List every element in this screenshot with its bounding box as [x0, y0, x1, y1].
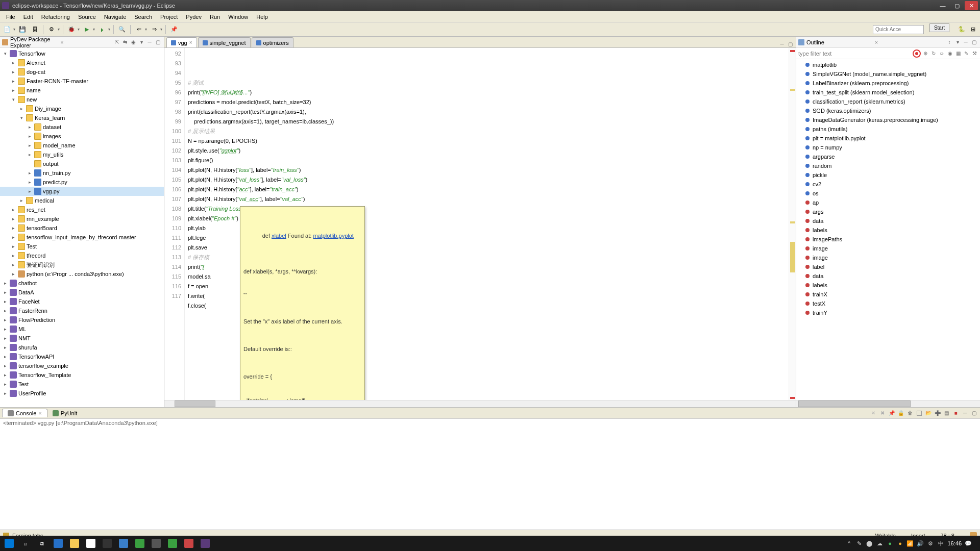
of-7-icon[interactable]: ⚒ [971, 50, 978, 57]
nav-back-button[interactable]: ⇐ [134, 24, 144, 35]
outline-item[interactable]: labels [796, 226, 980, 235]
expander-icon[interactable]: ▸ [10, 271, 16, 277]
of-6-icon[interactable]: ✎ [963, 50, 970, 57]
outline-item[interactable]: data [796, 216, 980, 226]
tree-node[interactable]: ▸chatbot [0, 279, 164, 288]
menu-source[interactable]: Source [74, 13, 100, 21]
perspective-switch-icon[interactable]: ⊞ [968, 24, 978, 35]
tree-node[interactable]: ▸Test [0, 242, 164, 251]
expander-icon[interactable]: ▸ [27, 152, 33, 157]
outline-item[interactable]: SimpleVGGNet (model_name.simple_vggnet) [796, 69, 980, 79]
outline-item[interactable]: testX [796, 299, 980, 308]
code-line[interactable]: # 测试 [188, 78, 789, 88]
tree-node[interactable]: ▸DataA [0, 288, 164, 297]
tree-node[interactable]: ▸TensorflowAPI [0, 352, 164, 361]
expander-icon[interactable]: ▸ [2, 372, 8, 378]
menu-run[interactable]: Run [206, 13, 224, 21]
outline-hscroll[interactable] [796, 400, 980, 407]
editor-tab[interactable]: optimizers [252, 37, 293, 47]
outline-item[interactable]: imagePaths [796, 235, 980, 244]
package-tree[interactable]: ▾Tensorflow▸Alexnet▸dog-cat▸Faster-RCNN-… [0, 48, 164, 407]
expander-icon[interactable]: ▾ [2, 51, 8, 56]
expander-icon[interactable]: ▸ [27, 124, 33, 130]
record-icon[interactable] [913, 49, 921, 58]
outline-item[interactable]: data [796, 271, 980, 281]
outline-menu-icon[interactable]: ▾ [953, 38, 962, 46]
outline-item[interactable]: labels [796, 281, 980, 290]
pinned-eclipse-icon[interactable] [197, 536, 213, 550]
tray-up-icon[interactable]: ^ [845, 540, 852, 547]
console-new-icon[interactable]: ➕ [934, 409, 941, 417]
tab-close-icon[interactable]: × [189, 40, 192, 45]
tooltip-module-link[interactable]: matplotlib.pyplot [313, 233, 354, 239]
tree-node[interactable]: ▸Tensorflow_Template [0, 370, 164, 380]
menu-navigate[interactable]: Navigate [100, 13, 130, 21]
outline-item[interactable]: args [796, 207, 980, 216]
outline-max-icon[interactable]: ▢ [970, 38, 978, 46]
start-button[interactable]: Start [929, 23, 949, 32]
tree-node[interactable]: ▸name [0, 86, 164, 95]
new-button[interactable]: 📄 [2, 24, 12, 35]
menu-project[interactable]: Project [156, 13, 182, 21]
expander-icon[interactable]: ▸ [27, 170, 33, 176]
expander-icon[interactable]: ▸ [10, 244, 16, 249]
pinned-explorer-icon[interactable] [66, 536, 83, 550]
tree-node[interactable]: ▸shurufa [0, 343, 164, 352]
tray-3-icon[interactable]: ● [886, 540, 893, 547]
of-3-icon[interactable]: ☺ [938, 50, 945, 57]
tree-node[interactable]: ▸dataset [0, 122, 164, 132]
outline-item[interactable]: SGD (keras.optimizers) [796, 106, 980, 115]
outline-item[interactable]: argparse [796, 152, 980, 161]
expander-icon[interactable]: ▸ [2, 354, 8, 359]
expander-icon[interactable]: ▸ [2, 290, 8, 295]
tree-node[interactable]: ▸Faster-RCNN-TF-master [0, 77, 164, 86]
tray-clock[interactable]: 16:46 [947, 540, 962, 546]
expander-icon[interactable]: ▸ [10, 79, 16, 84]
view-menu-icon[interactable]: ▾ [137, 38, 145, 46]
tray-2-icon[interactable]: ☁ [876, 540, 883, 547]
run-button[interactable]: ▶ [82, 24, 92, 35]
tree-node[interactable]: ▸rnn_example [0, 214, 164, 223]
menu-refactoring[interactable]: Refactoring [37, 13, 74, 21]
code-line[interactable]: plt.plot(N, H.history["acc"], label="tra… [188, 185, 789, 194]
expander-icon[interactable]: ▸ [10, 226, 16, 231]
expander-icon[interactable]: ▸ [10, 60, 16, 65]
tab-pyunit[interactable]: PyUnit [47, 409, 82, 417]
expander-icon[interactable]: ▸ [10, 253, 16, 258]
pinned-mail-icon[interactable] [99, 536, 115, 550]
expander-icon[interactable]: ▾ [18, 115, 24, 120]
tree-node[interactable]: ▸vgg.py [0, 187, 164, 196]
code-line[interactable]: plt.plot(N, H.history["val_loss"], label… [188, 175, 789, 185]
of-5-icon[interactable]: ▦ [954, 50, 962, 57]
console-clear-icon[interactable]: 🗑 [906, 409, 914, 417]
menu-pydev[interactable]: Pydev [182, 13, 206, 21]
console-display-icon[interactable]: ▤ [943, 409, 950, 417]
of-1-icon[interactable]: ⊕ [922, 50, 929, 57]
pinned-app2-icon[interactable] [132, 536, 148, 550]
search-taskbar-icon[interactable]: ⌕ [17, 536, 34, 550]
tray-notifications-icon[interactable]: 💬 [965, 540, 972, 547]
tree-node[interactable]: ▸tensorflow_example [0, 361, 164, 370]
expander-icon[interactable]: ▸ [2, 391, 8, 396]
editor-tab[interactable]: vgg× [166, 37, 197, 47]
console-remove-icon[interactable]: ✕ [869, 409, 877, 417]
expander-icon[interactable]: ▸ [27, 180, 33, 185]
tray-1-icon[interactable]: ⬤ [866, 540, 873, 547]
expander-icon[interactable]: ▸ [18, 198, 24, 203]
outline-filter-input[interactable] [798, 49, 912, 58]
tree-node[interactable]: ▸tensorflow_input_image_by_tfrecord-mast… [0, 233, 164, 242]
tree-node[interactable]: ▸Alexnet [0, 58, 164, 67]
console-body[interactable]: <terminated> vgg.py [e:\ProgramData\Anac… [0, 419, 980, 530]
expander-icon[interactable]: ▸ [2, 317, 8, 322]
expander-icon[interactable]: ▸ [2, 336, 8, 341]
pinned-app1-icon[interactable] [115, 536, 132, 550]
menu-file[interactable]: File [2, 13, 19, 21]
outline-item[interactable]: pickle [796, 170, 980, 180]
outline-item[interactable]: classification_report (sklearn.metrics) [796, 97, 980, 106]
debug-button[interactable]: 🐞 [66, 24, 77, 35]
outline-list[interactable]: matplotlibSimpleVGGNet (model_name.simpl… [796, 59, 980, 400]
minimize-view-icon[interactable]: ─ [145, 38, 154, 46]
overview-ruler[interactable] [789, 48, 796, 400]
expander-icon[interactable]: ▸ [27, 134, 33, 139]
tree-node[interactable]: ▸NMT [0, 334, 164, 343]
